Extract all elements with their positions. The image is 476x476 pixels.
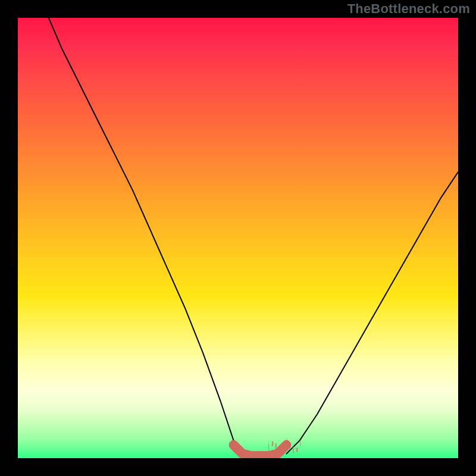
- valley-marker-fuzz: [286, 440, 287, 447]
- watermark-text: TheBottleneck.com: [347, 1, 470, 17]
- valley-marker-fuzz: [273, 441, 273, 446]
- right-arm-line: [286, 172, 458, 454]
- plot-area: [18, 18, 458, 458]
- valley-marker-fuzz: [293, 446, 293, 453]
- bottleneck-curve: [18, 18, 458, 458]
- valley-marker-fuzz: [283, 445, 283, 449]
- chart-frame: TheBottleneck.com: [0, 0, 476, 476]
- left-arm-line: [49, 18, 243, 454]
